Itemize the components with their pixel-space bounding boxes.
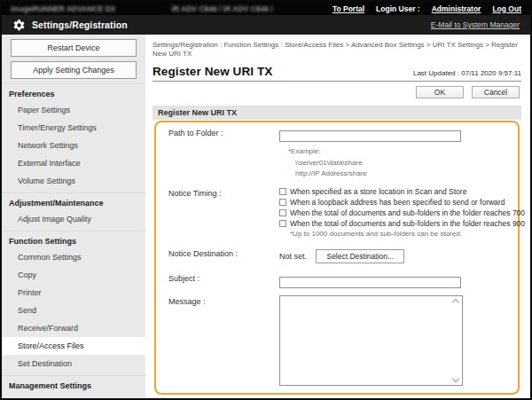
subject-label: Subject : (160, 272, 279, 283)
app-bar: Settings/Registration E-Mail to System M… (2, 15, 530, 35)
log-out-link[interactable]: Log Out (492, 4, 521, 13)
sidebar-item-set-destination[interactable]: Set Destination (2, 355, 145, 373)
checkbox-loopback-address[interactable] (279, 199, 286, 206)
sidebar-item-copy[interactable]: Copy (2, 266, 145, 284)
sidebar-item-adjust-image-quality[interactable]: Adjust Image Quality (2, 210, 145, 228)
checkbox-reaches-900[interactable] (279, 220, 286, 227)
register-uri-tx-form: Path to Folder : *Example: \\server01\da… (154, 121, 520, 395)
checkbox-label: When specified as a store location in Sc… (290, 187, 466, 196)
message-textarea[interactable] (280, 296, 462, 385)
sidebar-item-send[interactable]: Send (2, 302, 145, 319)
sidebar-item-volume-settings[interactable]: Volume Settings (2, 172, 145, 190)
example-http-path: http://IP Address/share (295, 169, 511, 180)
example-unc-path: \\server01\data\share (295, 158, 511, 169)
sidebar-item-printer[interactable]: Printer (2, 284, 145, 302)
device-name-redacted: iR ADV C846 / iR ADV C846 / (172, 4, 273, 13)
subject-input[interactable] (279, 277, 461, 288)
scroll-up-icon[interactable] (451, 299, 458, 306)
sidebar-item-timer-energy-settings[interactable]: Timer/Energy Settings (2, 119, 145, 137)
notice-timing-option-row: When the total of documents and sub-fold… (279, 219, 511, 228)
sidebar-header-adjustment-maintenance: Adjustment/Maintenance (2, 195, 145, 210)
sidebar-item-paper-settings[interactable]: Paper Settings (2, 101, 145, 119)
sidebar-header-management-settings: Management Settings (2, 378, 145, 393)
sidebar-header-function-settings: Function Settings (2, 233, 145, 248)
sidebar-section-adjustment: Adjustment/Maintenance Adjust Image Qual… (2, 192, 145, 228)
scroll-down-icon[interactable] (451, 375, 458, 382)
restart-device-button[interactable]: Restart Device (11, 39, 137, 57)
notice-timing-option-row: When a loopback address has been specifi… (279, 198, 511, 207)
device-model-redacted: imageRUNNER ADVANCE DX (11, 4, 116, 13)
message-textarea-frame (279, 295, 463, 386)
checkbox-label: When the total of documents and sub-fold… (290, 219, 525, 228)
sidebar-section-function: Function Settings Common Settings Copy P… (2, 231, 145, 373)
top-status-bar: imageRUNNER ADVANCE DX iR ADV C846 / iR … (2, 2, 530, 15)
login-user-label: Login User : (376, 4, 420, 13)
sidebar-header-preferences: Preferences (2, 86, 145, 101)
settings-sidebar: Restart Device Apply Setting Changes Pre… (2, 35, 145, 398)
email-system-manager-link[interactable]: E-Mail to System Manager (431, 20, 520, 29)
path-to-folder-label: Path to Folder : (160, 127, 279, 137)
sidebar-item-store-access-files[interactable]: Store/Access Files (2, 337, 145, 355)
to-portal-link[interactable]: To Portal (332, 4, 364, 13)
sidebar-item-receive-forward[interactable]: Receive/Forward (2, 319, 145, 337)
sidebar-section-preferences: Preferences Paper Settings Timer/Energy … (2, 83, 145, 190)
form-section-title: Register New URI TX (153, 106, 521, 120)
app-title: Settings/Registration (32, 20, 128, 30)
login-user-link[interactable]: Administrator (432, 4, 481, 13)
sidebar-item-network-settings[interactable]: Network Settings (2, 137, 145, 154)
sidebar-item-common-settings[interactable]: Common Settings (2, 248, 145, 266)
path-example-note: *Example: \\server01\data\share http://I… (288, 146, 511, 180)
storage-limit-note: *Up to 1000 documents and sub-folders ca… (290, 230, 511, 238)
breadcrumb[interactable]: Settings/Registration : Function Setting… (153, 41, 521, 59)
sidebar-section-management: Management Settings User Management Devi… (2, 375, 145, 398)
textarea-scrollbar[interactable] (450, 298, 461, 383)
checkbox-label: When a loopback address has been specifi… (290, 198, 505, 207)
notice-timing-option-row: When the total of documents and sub-fold… (279, 208, 511, 217)
checkbox-scan-and-store[interactable] (279, 188, 286, 195)
remote-ui-window: imageRUNNER ADVANCE DX iR ADV C846 / iR … (0, 0, 532, 400)
notice-timing-label: Notice Timing : (160, 187, 279, 198)
checkbox-label: When the total of documents and sub-fold… (290, 208, 525, 217)
notice-timing-option-row: When specified as a store location in Sc… (279, 187, 511, 196)
message-label: Message : (160, 295, 279, 306)
ok-button[interactable]: OK (416, 86, 464, 98)
select-destination-button[interactable]: Select Destination... (316, 249, 404, 263)
apply-setting-changes-button[interactable]: Apply Setting Changes (11, 61, 137, 79)
notice-destination-label: Notice Destination : (160, 247, 279, 258)
last-updated-text: Last Updated : 07/11 2020 9:57:11 (413, 69, 521, 78)
cancel-button[interactable]: Cancel (472, 86, 520, 98)
example-title: *Example: (288, 146, 511, 158)
gear-icon (12, 19, 26, 32)
sidebar-item-external-interface[interactable]: External Interface (2, 154, 145, 172)
sidebar-item-user-management[interactable]: User Management (2, 393, 145, 398)
main-content: Settings/Registration : Function Setting… (145, 35, 530, 398)
notice-destination-value: Not set. (279, 252, 307, 261)
page-title: Register New URI TX (153, 65, 272, 78)
path-to-folder-input[interactable] (279, 130, 461, 142)
checkbox-reaches-700[interactable] (279, 209, 286, 216)
